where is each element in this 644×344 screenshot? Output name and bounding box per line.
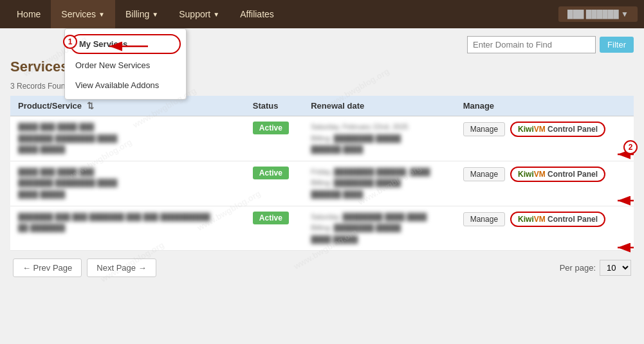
support-dropdown-arrow: ▼ — [213, 11, 219, 18]
navbar: Home Services ▼ Billing ▼ Support ▼ Affi… — [0, 0, 644, 28]
table-row: ███████ ███ ███ ███████ ███ ███ ████████… — [10, 206, 634, 251]
cell-status-2: Active — [245, 206, 303, 251]
col-status: Status — [245, 96, 303, 116]
services-dropdown-arrow: ▼ — [98, 11, 105, 18]
dropdown-my-services[interactable]: My Services — [70, 34, 181, 54]
services-dropdown: My Services Order New Services View Avai… — [64, 28, 187, 100]
cell-product-2: ███████ ███ ███ ███████ ███ ███ ████████… — [10, 206, 245, 251]
status-badge-1: Active — [253, 167, 289, 179]
cell-product-1: ████ ███ ████ ███ ███████ ████████ ████ … — [10, 161, 245, 206]
next-page-button[interactable]: Next Page → — [87, 258, 156, 277]
status-badge-0: Active — [253, 122, 289, 134]
nav-affiliates[interactable]: Affiliates — [230, 0, 284, 28]
billing-dropdown-arrow: ▼ — [152, 11, 158, 18]
cell-status-1: Active — [245, 161, 303, 206]
dropdown-view-addons[interactable]: View Available Addons — [65, 75, 186, 95]
account-menu[interactable]: ███ ██████ ▼ — [558, 6, 638, 22]
manage-button-1[interactable]: Manage — [463, 167, 505, 181]
table-row: ████ ███ ████ ███ ███████ ████████ ████ … — [10, 161, 634, 206]
domain-filter-input[interactable] — [467, 36, 596, 53]
status-badge-2: Active — [253, 212, 289, 224]
dropdown-order-new[interactable]: Order New Services — [65, 55, 186, 75]
cell-status-0: Active — [245, 116, 303, 161]
nav-right: ███ ██████ ▼ — [558, 6, 638, 22]
services-table: Product/Service ⇅ Status Renewal date Ma… — [10, 96, 634, 251]
nav-home[interactable]: Home — [6, 0, 51, 28]
col-manage: Manage — [455, 96, 634, 116]
table-body: ████ ███ ████ ███ ███████ ████████ ████ … — [10, 116, 634, 251]
nav-billing[interactable]: Billing ▼ — [115, 0, 169, 28]
pagination-bar: ← Prev Page Next Page → Per page: 10 25 … — [10, 258, 634, 277]
kiwi-control-panel-button-2[interactable]: KiwiVM Control Panel — [510, 212, 605, 227]
manage-button-2[interactable]: Manage — [463, 212, 505, 226]
cell-renewal-0: Saturday, February 22nd, 2025 Billing: █… — [303, 116, 455, 161]
kiwi-control-panel-button-1[interactable]: KiwiVM Control Panel — [510, 167, 605, 182]
nav-services[interactable]: Services ▼ — [51, 0, 115, 28]
col-renewal: Renewal date — [303, 96, 455, 116]
table-row: ████ ███ ████ ███ ███████ ████████ ████ … — [10, 116, 634, 161]
cell-renewal-1: Friday, ████████ ██████, ████ Billing: █… — [303, 161, 455, 206]
annotation-circle-1: 1 — [63, 35, 77, 49]
per-page-select[interactable]: 10 25 50 — [600, 260, 631, 276]
filter-button[interactable]: Filter — [600, 37, 634, 53]
per-page-label: Per page: — [560, 263, 596, 273]
cell-manage-2: Manage KiwiVM Control Panel — [455, 206, 634, 251]
manage-button-0[interactable]: Manage — [463, 122, 505, 136]
annotation-circle-2: 2 — [623, 140, 638, 154]
cell-product-0: ████ ███ ████ ███ ███████ ████████ ████ … — [10, 116, 245, 161]
cell-renewal-2: Saturday, ████████ ████ ████ Billing: ██… — [303, 206, 455, 251]
nav-support[interactable]: Support ▼ — [169, 0, 230, 28]
cell-manage-1: Manage KiwiVM Control Panel — [455, 161, 634, 206]
sort-icon: ⇅ — [87, 101, 94, 111]
cell-manage-0: Manage KiwiVM Control Panel — [455, 116, 634, 161]
per-page-selector: Per page: 10 25 50 — [560, 260, 631, 276]
kiwi-control-panel-button-0[interactable]: KiwiVM Control Panel — [510, 122, 605, 137]
prev-page-button[interactable]: ← Prev Page — [13, 258, 82, 277]
